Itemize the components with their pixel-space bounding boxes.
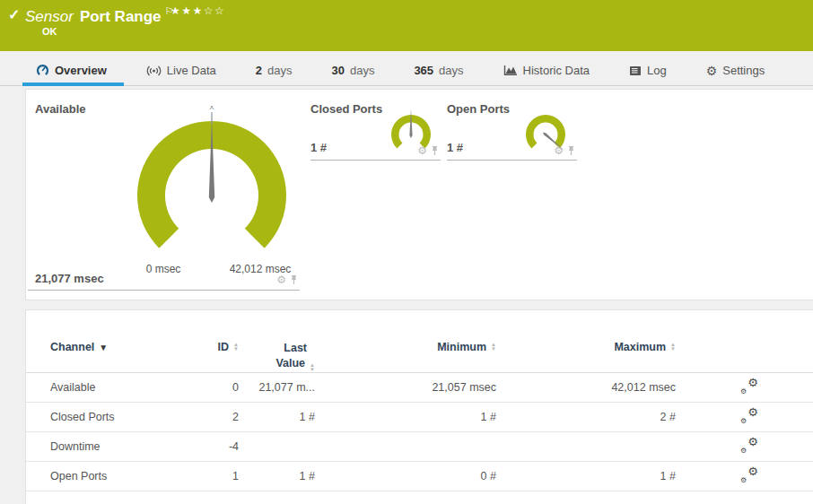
tab-live-data[interactable]: Live Data	[146, 64, 216, 77]
channel-table-panel: Channel ▼ ID ▲▼ Last Value▲▼ Minimum ▲▼ …	[25, 309, 813, 504]
star-icon[interactable]: ★	[170, 4, 181, 17]
col-header-minimum[interactable]: Minimum ▲▼	[315, 341, 496, 353]
channel-settings-icon[interactable]: ⚙⚙	[740, 467, 758, 482]
sort-icon[interactable]: ▲▼	[670, 343, 676, 352]
sensor-header: ✓ SensorPort Range⚐ ★★★☆☆ OK	[0, 0, 813, 51]
tab-label: Log	[647, 64, 667, 77]
tab-label: Live Data	[167, 64, 216, 77]
channel-name[interactable]: Available	[50, 381, 185, 394]
tab-label: Settings	[722, 64, 765, 77]
cell-divider	[28, 290, 300, 291]
channel-name[interactable]: Closed Ports	[50, 411, 185, 423]
channel-maximum: 42,012 msec	[496, 381, 676, 394]
tab-365-days[interactable]: 365days	[414, 64, 463, 77]
tab-label: Overview	[55, 64, 107, 77]
tab-label: days	[439, 64, 463, 77]
channel-id: 0	[185, 381, 239, 394]
log-icon	[629, 65, 642, 76]
channel-settings-icon[interactable]: ⚙⚙	[740, 438, 758, 453]
col-header-id[interactable]: ID ▲▼	[185, 341, 239, 353]
pin-icon[interactable]	[567, 145, 575, 156]
tab-label: days	[350, 64, 374, 77]
tab-number: 365	[414, 64, 433, 77]
channel-maximum: 1 #	[496, 470, 676, 482]
status-check-icon: ✓	[8, 6, 20, 23]
pin-icon[interactable]	[290, 274, 298, 285]
channel-id: 1	[185, 470, 239, 482]
table-row[interactable]: Available 0 21,077 m... 21,057 msec 42,0…	[26, 373, 813, 403]
sensor-type-label: Sensor	[25, 8, 74, 25]
gauge-open-ports-actions: ⚙	[447, 145, 575, 156]
gauge-scale-min: 0 msec	[146, 263, 181, 275]
channel-settings-icon[interactable]: ⚙⚙	[740, 378, 758, 394]
table-header-row: Channel ▼ ID ▲▼ Last Value▲▼ Minimum ▲▼ …	[26, 332, 813, 373]
channel-id: 2	[185, 411, 239, 423]
channel-name[interactable]: Open Ports	[50, 470, 185, 482]
channel-minimum: 1 #	[315, 411, 496, 423]
col-header-last-value[interactable]: Last Value▲▼	[239, 341, 315, 372]
tab-30-days[interactable]: 30days	[331, 64, 374, 77]
table-row[interactable]: Closed Ports 2 1 # 1 # 2 # ⚙⚙	[26, 403, 813, 432]
channel-maximum: 2 #	[496, 411, 676, 423]
tab-number: 30	[331, 64, 344, 77]
star-icon[interactable]: ☆	[204, 4, 214, 17]
sort-desc-icon: ▼	[99, 343, 108, 352]
gauge-icon	[36, 64, 49, 77]
table-row[interactable]: Downtime -4 ⚙⚙	[26, 432, 813, 462]
gauge-available-label: Available	[35, 102, 86, 116]
gauge-closed-ports-label: Closed Ports	[310, 102, 382, 116]
status-badge: OK	[42, 26, 57, 37]
channel-last-value: 1 #	[239, 411, 315, 423]
tab-bar: Overview Live Data 2days 30days 365days …	[0, 51, 813, 86]
historic-chart-icon	[503, 65, 518, 76]
gauge-closed-ports-actions: ⚙	[310, 145, 439, 156]
col-header-maximum[interactable]: Maximum ▲▼	[496, 341, 676, 353]
gear-icon[interactable]: ⚙	[554, 145, 564, 156]
tab-historic-data[interactable]: Historic Data	[503, 64, 590, 77]
gear-icon[interactable]: ⚙	[417, 145, 427, 156]
tab-log[interactable]: Log	[629, 64, 667, 77]
channel-last-value: 1 #	[239, 470, 315, 482]
gauge-open-ports-label: Open Ports	[447, 102, 510, 116]
tab-label: Historic Data	[523, 64, 590, 77]
tab-overview[interactable]: Overview	[36, 64, 107, 77]
gauge-needle	[409, 109, 412, 138]
live-data-icon	[146, 65, 162, 77]
cell-divider	[310, 160, 441, 161]
channel-id: -4	[185, 440, 239, 453]
channel-settings-icon[interactable]: ⚙⚙	[740, 408, 758, 423]
channel-minimum: 0 #	[315, 470, 496, 482]
table-row[interactable]: Open Ports 1 1 # 0 # 1 # ⚙⚙	[26, 462, 813, 491]
sort-icon[interactable]: ▲▼	[310, 363, 315, 372]
gauge-available-actions: ⚙	[28, 274, 298, 285]
pin-icon[interactable]	[431, 145, 439, 156]
channel-minimum: 21,057 msec	[315, 381, 496, 394]
col-header-channel[interactable]: Channel ▼	[50, 341, 185, 353]
gear-icon[interactable]: ⚙	[276, 274, 286, 285]
page-title: Port Range	[80, 8, 162, 25]
star-icon[interactable]: ★	[181, 4, 192, 17]
tab-settings[interactable]: ⚙ Settings	[706, 64, 765, 77]
gauge-available[interactable]: x̄	[122, 106, 302, 285]
star-icon[interactable]: ☆	[214, 4, 225, 17]
tab-2-days[interactable]: 2days	[256, 64, 293, 77]
tab-label: days	[267, 64, 292, 77]
priority-stars[interactable]: ★★★☆☆	[170, 4, 225, 17]
tab-number: 2	[256, 64, 262, 77]
sensor-title-line: SensorPort Range⚐	[25, 5, 173, 26]
channel-last-value: 21,077 m...	[239, 381, 315, 394]
star-icon[interactable]: ★	[193, 4, 204, 17]
gauges-panel: Available x̄ 0 msec 42,012 msec 21,077 m…	[25, 89, 813, 300]
cell-divider	[447, 160, 577, 161]
channel-name[interactable]: Downtime	[50, 440, 185, 453]
mean-marker-label: x̄	[210, 106, 214, 111]
gear-icon: ⚙	[706, 65, 718, 77]
gauge-arc	[526, 115, 565, 149]
